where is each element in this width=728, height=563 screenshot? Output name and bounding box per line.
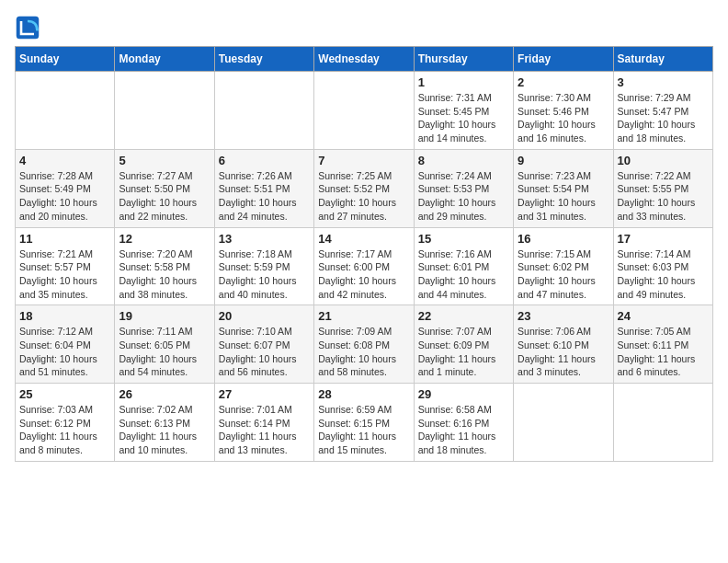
weekday-header: Sunday xyxy=(16,47,115,72)
calendar-cell: 13Sunrise: 7:18 AM Sunset: 5:59 PM Dayli… xyxy=(214,227,313,305)
calendar-cell: 11Sunrise: 7:21 AM Sunset: 5:57 PM Dayli… xyxy=(16,227,115,305)
day-number: 5 xyxy=(119,154,210,167)
weekday-header: Thursday xyxy=(414,47,513,72)
calendar-week-row: 25Sunrise: 7:03 AM Sunset: 6:12 PM Dayli… xyxy=(16,384,713,462)
day-info: Sunrise: 7:05 AM Sunset: 6:11 PM Dayligh… xyxy=(618,325,709,379)
day-number: 16 xyxy=(518,232,609,246)
day-info: Sunrise: 7:11 AM Sunset: 6:05 PM Dayligh… xyxy=(119,325,210,379)
day-number: 7 xyxy=(318,154,409,167)
day-info: Sunrise: 7:16 AM Sunset: 6:01 PM Dayligh… xyxy=(418,247,509,302)
day-number: 21 xyxy=(318,309,409,323)
calendar-cell xyxy=(613,384,712,462)
day-number: 22 xyxy=(418,309,509,323)
day-info: Sunrise: 7:12 AM Sunset: 6:04 PM Dayligh… xyxy=(19,325,110,379)
calendar-cell: 7Sunrise: 7:25 AM Sunset: 5:52 PM Daylig… xyxy=(314,149,414,227)
calendar-cell: 15Sunrise: 7:16 AM Sunset: 6:01 PM Dayli… xyxy=(414,227,513,305)
weekday-header: Monday xyxy=(115,47,214,72)
calendar-week-row: 1Sunrise: 7:31 AM Sunset: 5:45 PM Daylig… xyxy=(16,72,713,150)
weekday-header: Wednesday xyxy=(314,47,414,72)
calendar-week-row: 11Sunrise: 7:21 AM Sunset: 5:57 PM Dayli… xyxy=(16,227,713,305)
day-number: 20 xyxy=(219,309,310,323)
day-info: Sunrise: 7:10 AM Sunset: 6:07 PM Dayligh… xyxy=(219,325,310,379)
day-info: Sunrise: 7:24 AM Sunset: 5:53 PM Dayligh… xyxy=(418,169,509,224)
day-info: Sunrise: 6:59 AM Sunset: 6:15 PM Dayligh… xyxy=(318,403,409,457)
calendar-cell: 8Sunrise: 7:24 AM Sunset: 5:53 PM Daylig… xyxy=(414,149,513,227)
calendar-cell: 28Sunrise: 6:59 AM Sunset: 6:15 PM Dayli… xyxy=(314,384,414,462)
day-number: 24 xyxy=(618,309,709,323)
day-number: 13 xyxy=(219,232,310,246)
day-info: Sunrise: 7:02 AM Sunset: 6:13 PM Dayligh… xyxy=(119,403,210,457)
day-number: 10 xyxy=(618,154,709,167)
day-info: Sunrise: 7:26 AM Sunset: 5:51 PM Dayligh… xyxy=(219,169,310,224)
calendar-cell: 12Sunrise: 7:20 AM Sunset: 5:58 PM Dayli… xyxy=(115,227,214,305)
day-info: Sunrise: 7:31 AM Sunset: 5:45 PM Dayligh… xyxy=(418,91,509,145)
calendar-cell: 2Sunrise: 7:30 AM Sunset: 5:46 PM Daylig… xyxy=(514,72,613,150)
day-info: Sunrise: 7:01 AM Sunset: 6:14 PM Dayligh… xyxy=(219,403,310,457)
calendar-header-row: SundayMondayTuesdayWednesdayThursdayFrid… xyxy=(16,47,713,72)
day-number: 6 xyxy=(219,154,310,167)
calendar-cell xyxy=(115,72,214,150)
calendar-cell: 25Sunrise: 7:03 AM Sunset: 6:12 PM Dayli… xyxy=(16,384,115,462)
day-number: 25 xyxy=(19,387,110,401)
calendar-cell xyxy=(214,72,313,150)
day-number: 12 xyxy=(119,232,210,246)
day-info: Sunrise: 7:22 AM Sunset: 5:55 PM Dayligh… xyxy=(618,169,709,224)
day-info: Sunrise: 7:27 AM Sunset: 5:50 PM Dayligh… xyxy=(119,169,210,224)
calendar-cell: 1Sunrise: 7:31 AM Sunset: 5:45 PM Daylig… xyxy=(414,72,513,150)
calendar-cell: 6Sunrise: 7:26 AM Sunset: 5:51 PM Daylig… xyxy=(214,149,313,227)
calendar-cell: 26Sunrise: 7:02 AM Sunset: 6:13 PM Dayli… xyxy=(115,384,214,462)
day-number: 2 xyxy=(518,75,609,89)
day-number: 27 xyxy=(219,387,310,401)
day-info: Sunrise: 7:09 AM Sunset: 6:08 PM Dayligh… xyxy=(318,325,409,379)
calendar-cell: 3Sunrise: 7:29 AM Sunset: 5:47 PM Daylig… xyxy=(613,72,712,150)
day-number: 26 xyxy=(119,387,210,401)
day-number: 4 xyxy=(19,154,110,167)
calendar-cell: 17Sunrise: 7:14 AM Sunset: 6:03 PM Dayli… xyxy=(613,227,712,305)
day-info: Sunrise: 6:58 AM Sunset: 6:16 PM Dayligh… xyxy=(418,403,509,457)
day-number: 15 xyxy=(418,232,509,246)
logo xyxy=(15,15,44,40)
calendar-cell: 18Sunrise: 7:12 AM Sunset: 6:04 PM Dayli… xyxy=(16,305,115,384)
svg-rect-0 xyxy=(17,17,40,40)
calendar-cell: 24Sunrise: 7:05 AM Sunset: 6:11 PM Dayli… xyxy=(613,305,712,384)
day-info: Sunrise: 7:25 AM Sunset: 5:52 PM Dayligh… xyxy=(318,169,409,224)
day-info: Sunrise: 7:20 AM Sunset: 5:58 PM Dayligh… xyxy=(119,247,210,302)
calendar-cell xyxy=(16,72,115,150)
day-number: 23 xyxy=(518,309,609,323)
day-info: Sunrise: 7:28 AM Sunset: 5:49 PM Dayligh… xyxy=(19,169,110,224)
calendar-cell: 29Sunrise: 6:58 AM Sunset: 6:16 PM Dayli… xyxy=(414,384,513,462)
day-number: 19 xyxy=(119,309,210,323)
calendar-cell xyxy=(314,72,414,150)
day-info: Sunrise: 7:29 AM Sunset: 5:47 PM Dayligh… xyxy=(618,91,709,145)
day-info: Sunrise: 7:03 AM Sunset: 6:12 PM Dayligh… xyxy=(19,403,110,457)
logo-icon xyxy=(15,15,40,40)
day-info: Sunrise: 7:18 AM Sunset: 5:59 PM Dayligh… xyxy=(219,247,310,302)
day-info: Sunrise: 7:06 AM Sunset: 6:10 PM Dayligh… xyxy=(518,325,609,379)
calendar-cell: 5Sunrise: 7:27 AM Sunset: 5:50 PM Daylig… xyxy=(115,149,214,227)
day-info: Sunrise: 7:21 AM Sunset: 5:57 PM Dayligh… xyxy=(19,247,110,302)
weekday-header: Saturday xyxy=(613,47,712,72)
day-number: 29 xyxy=(418,387,509,401)
calendar-week-row: 18Sunrise: 7:12 AM Sunset: 6:04 PM Dayli… xyxy=(16,305,713,384)
day-info: Sunrise: 7:30 AM Sunset: 5:46 PM Dayligh… xyxy=(518,91,609,145)
calendar-cell: 23Sunrise: 7:06 AM Sunset: 6:10 PM Dayli… xyxy=(514,305,613,384)
day-info: Sunrise: 7:15 AM Sunset: 6:02 PM Dayligh… xyxy=(518,247,609,302)
weekday-header: Friday xyxy=(514,47,613,72)
calendar-cell: 14Sunrise: 7:17 AM Sunset: 6:00 PM Dayli… xyxy=(314,227,414,305)
weekday-header: Tuesday xyxy=(214,47,313,72)
calendar-cell: 4Sunrise: 7:28 AM Sunset: 5:49 PM Daylig… xyxy=(16,149,115,227)
day-number: 8 xyxy=(418,154,509,167)
calendar-cell: 19Sunrise: 7:11 AM Sunset: 6:05 PM Dayli… xyxy=(115,305,214,384)
day-info: Sunrise: 7:23 AM Sunset: 5:54 PM Dayligh… xyxy=(518,169,609,224)
calendar-cell: 9Sunrise: 7:23 AM Sunset: 5:54 PM Daylig… xyxy=(514,149,613,227)
calendar-cell xyxy=(514,384,613,462)
calendar-cell: 27Sunrise: 7:01 AM Sunset: 6:14 PM Dayli… xyxy=(214,384,313,462)
day-info: Sunrise: 7:07 AM Sunset: 6:09 PM Dayligh… xyxy=(418,325,509,379)
day-number: 1 xyxy=(418,75,509,89)
calendar: SundayMondayTuesdayWednesdayThursdayFrid… xyxy=(15,46,713,462)
calendar-cell: 20Sunrise: 7:10 AM Sunset: 6:07 PM Dayli… xyxy=(214,305,313,384)
day-number: 14 xyxy=(318,232,409,246)
calendar-cell: 16Sunrise: 7:15 AM Sunset: 6:02 PM Dayli… xyxy=(514,227,613,305)
day-number: 28 xyxy=(318,387,409,401)
calendar-cell: 10Sunrise: 7:22 AM Sunset: 5:55 PM Dayli… xyxy=(613,149,712,227)
